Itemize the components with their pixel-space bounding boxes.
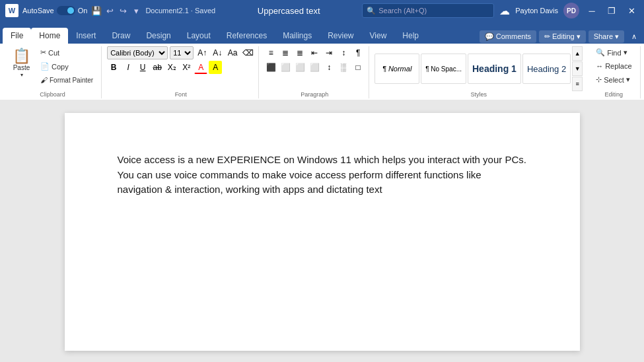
format-painter-icon: 🖌: [40, 76, 48, 84]
style-normal[interactable]: ¶ Normal: [375, 54, 419, 84]
paste-chevron-icon: ▾: [20, 72, 23, 78]
superscript-button[interactable]: X²: [180, 61, 193, 74]
document-page[interactable]: Voice access is a new EXPERIENCE on Wind…: [65, 113, 580, 351]
editing-icon: ✏: [544, 32, 550, 41]
copy-button[interactable]: 📄 Copy: [36, 60, 97, 73]
highlight-color-button[interactable]: A: [209, 61, 222, 74]
collapse-ribbon-button[interactable]: ∧: [627, 29, 641, 44]
copy-icon: 📄: [40, 62, 50, 71]
tab-insert[interactable]: Insert: [68, 28, 104, 44]
styles-expand[interactable]: ≡: [572, 77, 583, 91]
para-row-2: ⬛ ⬜ ⬜ ⬜ ↕ ░ □: [264, 61, 365, 74]
shrink-font-button[interactable]: A↓: [211, 46, 224, 59]
customize-icon[interactable]: ▾: [131, 5, 141, 16]
tab-home[interactable]: Home: [31, 28, 68, 44]
document-text[interactable]: Voice access is a new EXPERIENCE on Wind…: [118, 153, 527, 198]
clipboard-col: ✂ Cut 📄 Copy 🖌 Format Painter: [36, 46, 97, 86]
styles-label: Styles: [470, 91, 487, 98]
search-bar[interactable]: 🔍 Search (Alt+Q): [362, 3, 494, 18]
align-center-button[interactable]: ⬜: [279, 61, 292, 74]
bold-button[interactable]: B: [107, 61, 120, 74]
doc-name: Document2.1 · Saved: [145, 7, 215, 15]
select-button[interactable]: ⊹ Select ▾: [592, 73, 635, 86]
close-button[interactable]: ✕: [624, 3, 639, 18]
format-btn-row: B I U ab X₂ X² A A: [107, 61, 254, 74]
font-size-select[interactable]: 11: [170, 46, 194, 59]
line-spacing-button[interactable]: ↕: [322, 61, 336, 74]
replace-button[interactable]: ↔ Replace: [592, 60, 635, 72]
tab-draw[interactable]: Draw: [104, 28, 138, 44]
tab-view[interactable]: View: [362, 28, 395, 44]
find-button[interactable]: 🔍 Find ▾: [592, 46, 635, 59]
tab-help[interactable]: Help: [394, 28, 427, 44]
replace-label: Replace: [605, 62, 631, 70]
tab-mailings[interactable]: Mailings: [275, 28, 320, 44]
save-icon[interactable]: 💾: [91, 5, 102, 16]
share-chevron-icon: ▾: [615, 32, 619, 41]
find-chevron-icon: ▾: [624, 48, 627, 57]
shading-button[interactable]: ░: [337, 61, 350, 74]
paragraph-group: ≡ ≣ ≣ ⇤ ⇥ ↕ ¶ ⬛ ⬜ ⬜ ⬜ ↕ ░ □: [260, 46, 369, 98]
select-icon: ⊹: [596, 75, 602, 84]
multilevel-button[interactable]: ≣: [293, 46, 306, 59]
tab-file[interactable]: File: [3, 28, 31, 44]
cut-icon: ✂: [40, 48, 46, 57]
styles-scroll-down[interactable]: ▼: [572, 61, 583, 76]
bullets-button[interactable]: ≡: [264, 46, 277, 59]
cut-button[interactable]: ✂ Cut: [36, 46, 97, 59]
comments-button[interactable]: 💬 Comments: [480, 30, 536, 43]
font-name-select[interactable]: Calibri (Body): [107, 46, 168, 59]
decrease-indent-button[interactable]: ⇤: [308, 46, 321, 59]
align-right-button[interactable]: ⬜: [293, 61, 306, 74]
user-name: Payton Davis: [515, 7, 558, 15]
tab-layout[interactable]: Layout: [179, 28, 219, 44]
redo-icon[interactable]: ↪: [118, 5, 128, 16]
minimize-button[interactable]: ─: [585, 3, 599, 18]
clear-format-button[interactable]: ⌫: [241, 46, 254, 59]
cloud-icon[interactable]: ☁: [499, 5, 510, 17]
tab-review[interactable]: Review: [320, 28, 361, 44]
styles-group-inner: ¶ Normal ¶ No Spac... Heading 1 Heading …: [375, 46, 583, 91]
paragraph-group-inner: ≡ ≣ ≣ ⇤ ⇥ ↕ ¶ ⬛ ⬜ ⬜ ⬜ ↕ ░ □: [264, 46, 365, 91]
share-label: Share: [594, 32, 613, 40]
find-label: Find: [607, 49, 621, 57]
restore-button[interactable]: ❐: [604, 3, 619, 18]
font-col: Calibri (Body) 11 A↑ A↓ Aa ⌫ B I U ab X₂…: [107, 46, 254, 74]
paste-button[interactable]: 📋 Paste ▾: [8, 46, 35, 81]
grow-font-button[interactable]: A↑: [196, 46, 209, 59]
styles-scroll-up[interactable]: ▲: [572, 46, 583, 61]
voice-group: 🎤 Dictate ▾ 🔊 Read Aloud Voice: [642, 46, 644, 98]
autosave-label: AutoSave: [22, 7, 54, 15]
strikethrough-button[interactable]: ab: [151, 61, 164, 74]
style-heading1[interactable]: Heading 1: [468, 54, 521, 84]
autosave-toggle[interactable]: [57, 6, 75, 15]
document-area[interactable]: Voice access is a new EXPERIENCE on Wind…: [0, 100, 644, 362]
para-col: ≡ ≣ ≣ ⇤ ⇥ ↕ ¶ ⬛ ⬜ ⬜ ⬜ ↕ ░ □: [264, 46, 365, 74]
undo-icon[interactable]: ↩: [104, 5, 115, 16]
increase-indent-button[interactable]: ⇥: [322, 46, 336, 59]
paste-label: Paste: [13, 64, 30, 71]
paragraph-label: Paragraph: [301, 91, 328, 98]
title-bar-left: W AutoSave On 💾 ↩ ↪ ▾ Document2.1 · Save…: [5, 4, 215, 17]
font-color-button[interactable]: A: [194, 61, 207, 74]
subscript-button[interactable]: X₂: [165, 61, 178, 74]
numbering-button[interactable]: ≣: [279, 46, 292, 59]
format-painter-button[interactable]: 🖌 Format Painter: [36, 74, 97, 86]
underline-button[interactable]: U: [136, 61, 149, 74]
change-case-button[interactable]: Aa: [226, 46, 239, 59]
align-left-button[interactable]: ⬛: [264, 61, 277, 74]
justify-button[interactable]: ⬜: [308, 61, 321, 74]
style-no-spacing[interactable]: ¶ No Spac...: [421, 54, 466, 84]
editing-button[interactable]: ✏ Editing ▾: [539, 30, 586, 43]
show-marks-button[interactable]: ¶: [351, 46, 365, 59]
border-button[interactable]: □: [351, 61, 365, 74]
italic-button[interactable]: I: [122, 61, 135, 74]
user-avatar[interactable]: PD: [563, 3, 579, 18]
edit-col: 🔍 Find ▾ ↔ Replace ⊹ Select ▾: [592, 46, 635, 86]
tab-references[interactable]: References: [219, 28, 275, 44]
tab-design[interactable]: Design: [138, 28, 178, 44]
share-button[interactable]: Share ▾: [589, 30, 624, 43]
style-heading2[interactable]: Heading 2: [522, 54, 571, 84]
sort-button[interactable]: ↕: [337, 46, 350, 59]
clipboard-group: 📋 Paste ▾ ✂ Cut 📄 Copy 🖌 Format Painter …: [4, 46, 102, 98]
